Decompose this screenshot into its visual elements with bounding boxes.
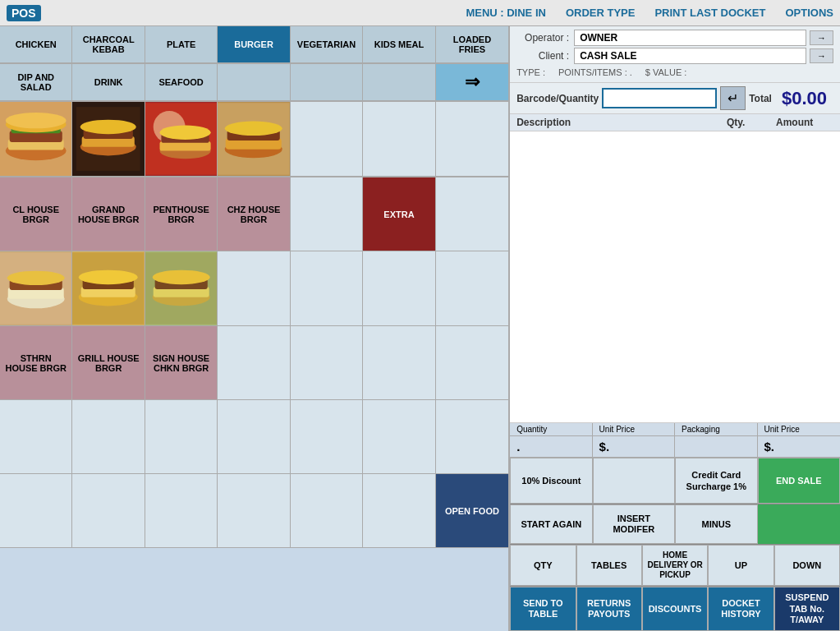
order-rows bbox=[510, 131, 840, 296]
svg-point-21 bbox=[225, 122, 282, 136]
operator-info: Operator : OWNER → Client : CASH SALE → … bbox=[510, 26, 840, 83]
svg-point-36 bbox=[153, 270, 210, 284]
up-btn[interactable]: UP bbox=[708, 545, 773, 586]
barcode-input[interactable] bbox=[602, 88, 717, 108]
item-empty2 bbox=[363, 102, 435, 177]
start-again-btn[interactable]: START AGAIN bbox=[510, 504, 592, 544]
cat-loaded-fries[interactable]: LOADED FRIES bbox=[436, 26, 508, 62]
barcode-area: Barcode/Quantity ↵ Total $0.00 bbox=[510, 83, 840, 114]
tables-btn[interactable]: TABLES bbox=[576, 545, 642, 586]
named-row2: STHRN HOUSE BRGR GRILL HOUSE BRGR SIGN H… bbox=[0, 326, 508, 400]
down-btn[interactable]: DOWN bbox=[774, 545, 840, 586]
total-label: Total bbox=[749, 93, 772, 104]
cl-house-brgr[interactable]: CL HOUSE BRGR bbox=[0, 177, 72, 251]
grill-house-brgr[interactable]: GRILL HOUSE BRGR bbox=[72, 326, 145, 400]
unit-price-value: $. bbox=[593, 436, 675, 457]
logo: POS bbox=[7, 5, 41, 21]
options[interactable]: OPTIONS bbox=[785, 7, 833, 19]
cat-kids-meal[interactable]: KIDS MEAL bbox=[363, 26, 435, 62]
client-arrow-btn[interactable]: → bbox=[810, 48, 833, 63]
item-empty1 bbox=[291, 102, 363, 177]
item-burger7[interactable] bbox=[145, 251, 218, 326]
order-header: Description Qty. Amount bbox=[510, 114, 840, 131]
item-burger5[interactable] bbox=[0, 251, 72, 326]
send-to-table-btn[interactable]: SEND TO TABLE bbox=[510, 587, 576, 631]
cat-empty2 bbox=[291, 64, 363, 100]
sthrn-house-brgr[interactable]: STHRN HOUSE BRGR bbox=[0, 326, 72, 400]
client-label: Client : bbox=[516, 50, 574, 62]
points-label: POINTS/ITEMS : . bbox=[558, 67, 632, 77]
operator-label: Operator : bbox=[516, 32, 574, 44]
sign-house-chkn[interactable]: SIGN HOUSE CHKN BRGR bbox=[145, 326, 218, 400]
cat-plate[interactable]: PLATE bbox=[145, 26, 218, 62]
item-empty3 bbox=[436, 102, 508, 177]
unit-price-header: Unit Price bbox=[593, 423, 675, 435]
order-type[interactable]: ORDER TYPE bbox=[566, 7, 636, 19]
cat-chicken[interactable]: CHICKEN bbox=[0, 26, 72, 62]
cat-empty1 bbox=[218, 64, 290, 100]
discounts-btn[interactable]: DISCOUNTS bbox=[642, 587, 708, 631]
minus-btn[interactable]: MINUS bbox=[675, 504, 757, 544]
chz-house-brgr[interactable]: CHZ HOUSE BRGR bbox=[218, 177, 290, 251]
bottom-actions: Quantity Unit Price Packaging Unit Price… bbox=[510, 423, 840, 631]
end-sale-btn[interactable]: END SALE bbox=[758, 458, 840, 504]
menu-dine-in[interactable]: MENU : DINE IN bbox=[466, 7, 546, 19]
returns-payouts-btn[interactable]: RETURNS PAYOUTS bbox=[576, 587, 642, 631]
docket-history-btn[interactable]: DOCKET HISTORY bbox=[708, 587, 773, 631]
named2-empty2 bbox=[291, 326, 363, 400]
qty-btn[interactable]: QTY bbox=[510, 545, 576, 586]
barcode-label: Barcode/Quantity bbox=[516, 93, 599, 104]
svg-point-10 bbox=[80, 120, 136, 134]
cat-charcoal-kebab[interactable]: CHARCOAL KEBAB bbox=[72, 26, 145, 62]
named2-empty3 bbox=[363, 326, 435, 400]
cat-dip-salad[interactable]: DIP AND SALAD bbox=[0, 64, 72, 100]
credit-surcharge-btn[interactable]: Credit Card Surcharge 1% bbox=[675, 458, 757, 504]
print-last-docket[interactable]: PRINT LAST DOCKET bbox=[654, 7, 765, 19]
item-grid: CL HOUSE BRGR GRAND HOUSE BRGR PENTHOUSE… bbox=[0, 102, 508, 631]
type-label: TYPE : bbox=[516, 67, 545, 77]
operator-arrow-btn[interactable]: → bbox=[810, 30, 833, 45]
item-burger3[interactable] bbox=[145, 102, 218, 177]
cat-empty3 bbox=[363, 64, 435, 100]
cat-drink[interactable]: DRINK bbox=[72, 64, 145, 100]
home-delivery-btn[interactable]: HOME DELIVERY OR PICKUP bbox=[642, 545, 708, 586]
item-burger6[interactable] bbox=[72, 251, 145, 326]
svg-point-16 bbox=[159, 125, 210, 139]
grand-house-brgr[interactable]: GRAND HOUSE BRGR bbox=[72, 177, 145, 251]
barcode-enter-btn[interactable]: ↵ bbox=[720, 86, 746, 110]
extra-btn[interactable]: EXTRA bbox=[363, 177, 435, 251]
named2-empty4 bbox=[436, 326, 508, 400]
svg-point-5 bbox=[6, 113, 67, 128]
suspend-tab-btn[interactable]: SUSPEND TAB No. T/AWAY bbox=[774, 587, 840, 631]
insert-modifier-btn[interactable]: INSERT MODIFER bbox=[593, 504, 675, 544]
item-burger4[interactable] bbox=[218, 102, 290, 177]
qty-header: Quantity bbox=[510, 423, 592, 435]
named2-empty1 bbox=[218, 326, 290, 400]
svg-point-26 bbox=[7, 271, 65, 285]
cat-vegetarian[interactable]: VEGETARIAN bbox=[291, 26, 363, 62]
empty-btn1 bbox=[593, 458, 675, 504]
open-food-btn[interactable]: OPEN FOOD bbox=[436, 474, 508, 548]
cat-burger[interactable]: BURGER bbox=[218, 26, 290, 62]
empty-row1 bbox=[0, 400, 508, 474]
unit-price2-value: $. bbox=[758, 436, 840, 457]
svg-point-31 bbox=[79, 270, 138, 284]
img-empty4 bbox=[436, 251, 508, 326]
img-empty1 bbox=[218, 251, 290, 326]
empty-row2: OPEN FOOD bbox=[0, 474, 508, 548]
item-burger2[interactable] bbox=[72, 102, 145, 177]
discount-10-btn[interactable]: 10% Discount bbox=[510, 458, 592, 504]
named-empty2 bbox=[436, 177, 508, 251]
named-empty1 bbox=[291, 177, 363, 251]
order-table: Description Qty. Amount bbox=[510, 114, 840, 423]
qty-value: . bbox=[510, 436, 592, 457]
cat-arrow[interactable]: ⇒ bbox=[436, 64, 508, 100]
packaging-value bbox=[675, 436, 757, 457]
packaging-header: Packaging bbox=[675, 423, 757, 435]
penthouse-brgr[interactable]: PENTHOUSE BRGR bbox=[145, 177, 218, 251]
cat-seafood[interactable]: SEAFOOD bbox=[145, 64, 218, 100]
value-label: $ VALUE : bbox=[645, 67, 687, 77]
operator-value: OWNER bbox=[574, 30, 806, 46]
unit-price2-header: Unit Price bbox=[758, 423, 840, 435]
item-burger1[interactable] bbox=[0, 102, 72, 177]
